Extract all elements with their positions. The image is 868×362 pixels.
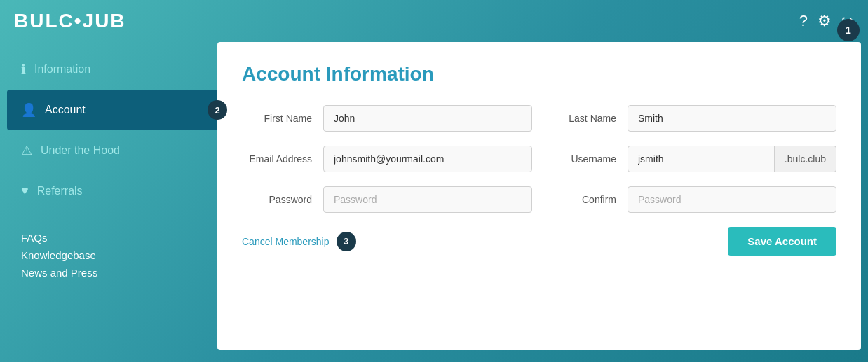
sidebar-item-label: Referrals: [37, 185, 83, 197]
username-field-group: .bulc.club: [628, 146, 836, 172]
confirm-label: Confirm: [546, 194, 616, 205]
last-name-input[interactable]: [628, 105, 836, 132]
password-group: Password: [242, 186, 532, 213]
info-icon: ℹ: [21, 62, 26, 77]
logo: BULC•JUB: [14, 10, 126, 32]
knowledgebase-link[interactable]: Knowledgebase: [21, 249, 203, 261]
sidebar: ℹ Information 👤 Account 2 ⚠ Under the Ho…: [7, 42, 217, 350]
sidebar-nav: ℹ Information 👤 Account 2 ⚠ Under the Ho…: [7, 49, 217, 211]
sidebar-item-label: Account: [45, 104, 86, 116]
save-account-button[interactable]: Save Account: [728, 227, 836, 256]
email-input[interactable]: [323, 146, 532, 172]
confirm-group: Confirm: [546, 186, 836, 213]
sidebar-item-label: Information: [34, 63, 90, 76]
password-label: Password: [242, 194, 312, 205]
sidebar-footer: FAQs Knowledgebase News and Press: [7, 218, 217, 298]
form-row-password: Password Confirm: [242, 186, 836, 213]
first-name-input[interactable]: [323, 105, 532, 132]
cancel-membership-link[interactable]: Cancel Membership: [242, 236, 330, 247]
step-badge-2: 2: [208, 100, 227, 120]
email-group: Email Address: [242, 146, 532, 172]
help-icon[interactable]: ?: [799, 12, 808, 30]
news-and-press-link[interactable]: News and Press: [21, 267, 203, 279]
username-label: Username: [546, 153, 616, 165]
form-row-name: First Name Last Name: [242, 105, 836, 132]
page-title: Account Information: [242, 63, 836, 85]
username-suffix: .bulc.club: [775, 146, 836, 172]
sidebar-item-referrals[interactable]: ♥ Referrals: [7, 171, 217, 211]
heart-icon: ♥: [21, 183, 29, 198]
header: BULC•JUB ? ⚙ ↪ 1: [0, 0, 868, 42]
content-area: Account Information First Name Last Name…: [217, 42, 861, 350]
user-icon: 👤: [21, 102, 36, 118]
warning-icon: ⚠: [21, 143, 32, 158]
first-name-label: First Name: [242, 113, 312, 124]
settings-icon[interactable]: ⚙: [818, 12, 832, 30]
sidebar-item-information[interactable]: ℹ Information: [7, 49, 217, 90]
main-layout: ℹ Information 👤 Account 2 ⚠ Under the Ho…: [7, 42, 861, 350]
username-group: Username .bulc.club: [546, 146, 836, 172]
confirm-input[interactable]: [628, 186, 836, 213]
first-name-group: First Name: [242, 105, 532, 132]
form-row-email-username: Email Address Username .bulc.club: [242, 146, 836, 172]
sidebar-item-label: Under the Hood: [41, 144, 120, 157]
password-input[interactable]: [323, 186, 532, 213]
sidebar-item-under-the-hood[interactable]: ⚠ Under the Hood: [7, 130, 217, 171]
header-icons: ? ⚙ ↪ 1: [799, 12, 854, 30]
email-label: Email Address: [242, 153, 312, 165]
action-row: Cancel Membership 3 Save Account: [242, 227, 836, 256]
notification-badge: 1: [837, 19, 860, 41]
username-input[interactable]: [628, 146, 775, 172]
last-name-group: Last Name: [546, 105, 836, 132]
last-name-label: Last Name: [546, 113, 616, 124]
step-badge-3: 3: [337, 232, 356, 251]
sidebar-item-account[interactable]: 👤 Account 2: [7, 90, 217, 130]
faqs-link[interactable]: FAQs: [21, 232, 203, 244]
